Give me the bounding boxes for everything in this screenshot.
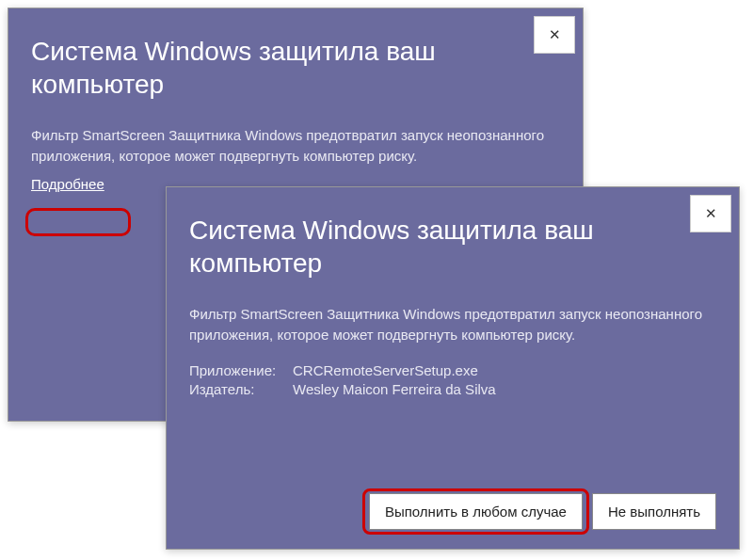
close-button[interactable]: ✕ [690,195,731,232]
publisher-value: Wesley Maicon Ferreira da Silva [293,381,716,397]
app-info-block: Приложение: CRCRemoteServerSetup.exe Изд… [167,349,739,404]
publisher-row: Издатель: Wesley Maicon Ferreira da Silv… [189,381,716,397]
dialog-body-text: Фильтр SmartScreen Защитника Windows пре… [167,285,739,349]
app-label: Приложение: [189,362,293,378]
dialog-body-text: Фильтр SmartScreen Защитника Windows пре… [8,106,583,170]
smartscreen-dialog-expanded: ✕ Система Windows защитила ваш компьютер… [166,186,740,550]
app-value: CRCRemoteServerSetup.exe [293,362,716,378]
dialog-title: Система Windows защитила ваш компьютер [167,187,739,285]
close-button[interactable]: ✕ [534,16,575,54]
dont-run-button[interactable]: Не выполнять [592,493,716,530]
run-anyway-button[interactable]: Выполнить в любом случае [369,493,583,530]
button-row: Выполнить в любом случае Не выполнять [369,493,716,530]
run-anyway-label: Выполнить в любом случае [385,504,567,520]
publisher-label: Издатель: [189,381,293,397]
app-name-row: Приложение: CRCRemoteServerSetup.exe [189,362,716,378]
highlight-annotation [25,208,131,236]
dialog-title: Система Windows защитила ваш компьютер [8,8,583,106]
more-info-link[interactable]: Подробнее [31,176,104,192]
